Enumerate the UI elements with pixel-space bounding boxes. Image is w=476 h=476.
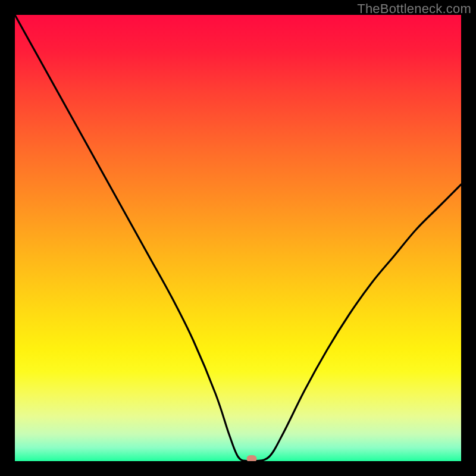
chart-frame: TheBottleneck.com xyxy=(0,0,476,476)
bottleneck-curve xyxy=(15,15,461,461)
watermark-text: TheBottleneck.com xyxy=(357,1,471,17)
plot-area xyxy=(15,15,461,461)
optimal-point-marker xyxy=(246,455,256,461)
